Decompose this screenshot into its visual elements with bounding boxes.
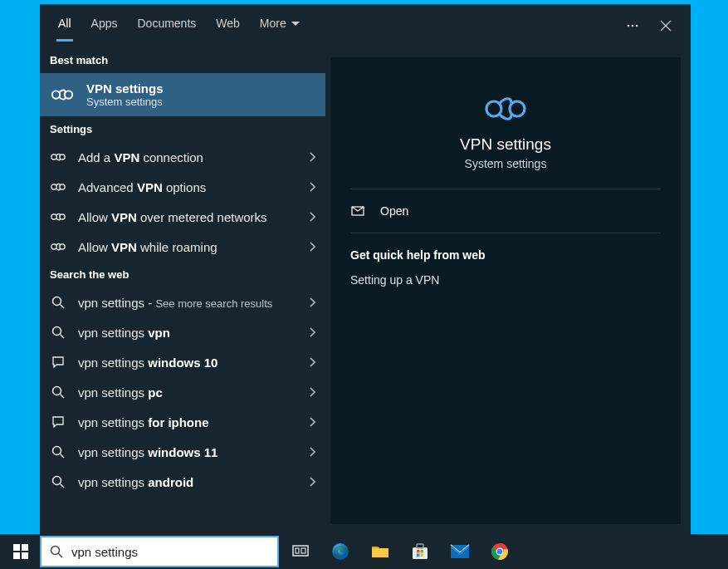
preview-hero: VPN settings System settings bbox=[350, 76, 661, 189]
result-label: vpn settings pc bbox=[78, 385, 297, 400]
chat-icon bbox=[50, 414, 66, 430]
close-button[interactable] bbox=[649, 9, 682, 42]
svg-point-14 bbox=[53, 327, 61, 336]
search-icon bbox=[50, 294, 66, 311]
web-result[interactable]: vpn settings - See more search results bbox=[40, 287, 325, 317]
close-icon bbox=[660, 20, 672, 32]
result-label: Add a VPN connection bbox=[78, 150, 297, 164]
svg-rect-28 bbox=[301, 548, 305, 553]
taskbar-icons bbox=[281, 534, 520, 569]
best-match-item[interactable]: VPN settings System settings bbox=[40, 73, 325, 116]
chevron-right-icon bbox=[309, 297, 315, 307]
tab-all[interactable]: All bbox=[48, 10, 81, 42]
web-result[interactable]: vpn settings for iphone bbox=[40, 407, 325, 437]
result-label: vpn settings android bbox=[78, 475, 297, 489]
chevron-right-icon bbox=[309, 447, 315, 457]
web-result[interactable]: vpn settings windows 10 bbox=[40, 347, 325, 377]
open-action[interactable]: Open bbox=[350, 189, 661, 233]
settings-result[interactable]: Allow VPN over metered networks bbox=[40, 202, 325, 232]
svg-rect-22 bbox=[22, 544, 28, 551]
section-web: Search the web bbox=[40, 262, 325, 287]
chrome-button[interactable] bbox=[480, 534, 520, 569]
chevron-right-icon bbox=[309, 387, 315, 397]
best-match-text: VPN settings System settings bbox=[86, 81, 164, 108]
help-link[interactable]: Setting up a VPN bbox=[350, 270, 661, 290]
result-label: vpn settings windows 10 bbox=[78, 356, 297, 370]
search-icon bbox=[50, 444, 66, 460]
chevron-right-icon bbox=[309, 417, 315, 427]
preview-subtitle: System settings bbox=[465, 157, 547, 170]
tab-more-label: More bbox=[260, 17, 286, 30]
chevron-right-icon bbox=[309, 357, 315, 367]
web-result[interactable]: vpn settings vpn bbox=[40, 317, 325, 347]
web-result[interactable]: vpn settings pc bbox=[40, 377, 325, 407]
help-heading: Get quick help from web bbox=[350, 233, 661, 270]
open-label: Open bbox=[380, 204, 408, 218]
chevron-right-icon bbox=[309, 477, 315, 487]
folder-icon bbox=[371, 544, 389, 559]
result-label: vpn settings windows 11 bbox=[78, 445, 297, 459]
tab-apps[interactable]: Apps bbox=[81, 10, 128, 42]
microsoft-store-button[interactable] bbox=[400, 534, 440, 569]
settings-result[interactable]: Add a VPN connection bbox=[40, 142, 325, 172]
search-icon bbox=[50, 324, 66, 341]
more-options-button[interactable] bbox=[616, 9, 649, 42]
result-label: Advanced VPN options bbox=[78, 180, 297, 194]
svg-rect-34 bbox=[417, 554, 420, 557]
vpn-icon bbox=[50, 208, 66, 225]
tabs-bar: All Apps Documents Web More bbox=[40, 4, 691, 47]
chevron-right-icon bbox=[309, 327, 315, 337]
svg-point-13 bbox=[53, 297, 61, 306]
file-explorer-button[interactable] bbox=[360, 534, 400, 569]
preview-title: VPN settings bbox=[460, 135, 551, 154]
best-match-title: VPN settings bbox=[86, 81, 164, 96]
tab-web[interactable]: Web bbox=[206, 10, 250, 42]
section-settings: Settings bbox=[40, 116, 325, 142]
svg-point-1 bbox=[632, 25, 634, 27]
search-icon bbox=[50, 473, 66, 490]
task-view-icon bbox=[292, 545, 309, 558]
result-label: vpn settings - See more search results bbox=[78, 296, 297, 310]
settings-result[interactable]: Advanced VPN options bbox=[40, 172, 325, 202]
svg-rect-33 bbox=[421, 550, 424, 553]
vpn-icon bbox=[50, 179, 66, 195]
settings-result[interactable]: Allow VPN while roaming bbox=[40, 232, 325, 262]
taskbar-search[interactable] bbox=[40, 536, 279, 567]
best-match-subtitle: System settings bbox=[86, 96, 164, 108]
svg-point-25 bbox=[51, 547, 60, 555]
chevron-down-icon bbox=[291, 22, 300, 26]
result-label: Allow VPN over metered networks bbox=[78, 210, 297, 224]
svg-point-0 bbox=[628, 25, 630, 27]
svg-rect-30 bbox=[413, 547, 428, 559]
svg-rect-31 bbox=[417, 544, 423, 548]
task-view-button[interactable] bbox=[281, 534, 320, 569]
chevron-right-icon bbox=[309, 152, 315, 162]
result-label: vpn settings for iphone bbox=[78, 415, 297, 429]
chrome-icon bbox=[491, 542, 509, 561]
svg-rect-23 bbox=[13, 552, 20, 559]
vpn-icon bbox=[50, 238, 66, 255]
start-button[interactable] bbox=[2, 534, 40, 569]
tab-documents[interactable]: Documents bbox=[127, 10, 206, 42]
store-icon bbox=[411, 542, 429, 561]
svg-rect-35 bbox=[421, 554, 424, 557]
tabs-list: All Apps Documents Web More bbox=[48, 10, 310, 42]
chevron-right-icon bbox=[309, 182, 315, 192]
web-result[interactable]: vpn settings windows 11 bbox=[40, 437, 325, 467]
svg-point-16 bbox=[53, 447, 61, 455]
svg-point-15 bbox=[53, 387, 61, 395]
mail-button[interactable] bbox=[440, 534, 480, 569]
web-result[interactable]: vpn settings android bbox=[40, 467, 325, 497]
chevron-right-icon bbox=[309, 242, 315, 252]
search-panel: All Apps Documents Web More Best match bbox=[40, 4, 691, 534]
svg-rect-32 bbox=[417, 550, 420, 553]
windows-icon bbox=[13, 544, 28, 559]
edge-icon bbox=[330, 542, 350, 562]
edge-button[interactable] bbox=[320, 534, 360, 569]
tab-more[interactable]: More bbox=[250, 10, 310, 42]
svg-rect-27 bbox=[296, 548, 299, 553]
section-best-match: Best match bbox=[40, 47, 325, 73]
svg-point-2 bbox=[636, 25, 638, 27]
preview-pane: VPN settings System settings Open Get qu… bbox=[330, 57, 681, 524]
search-input[interactable] bbox=[71, 545, 269, 559]
